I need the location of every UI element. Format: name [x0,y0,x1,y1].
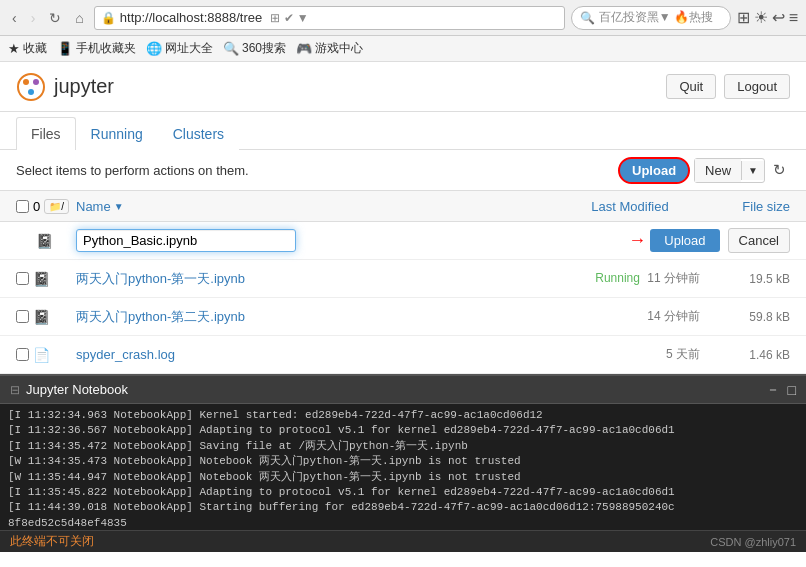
row3-file-icon: 📄 [33,347,50,363]
bookmark-collections[interactable]: ★ 收藏 [8,40,47,57]
app-header: jupyter Quit Logout [0,62,806,112]
row3-name-cell: spyder_crash.log [76,347,550,362]
forward-btn[interactable]: › [27,8,40,28]
terminal-maximize-btn[interactable]: □ [788,381,796,399]
tab-clusters[interactable]: Clusters [158,117,239,150]
row2-file-link[interactable]: 两天入门python-第二天.ipynb [76,308,245,326]
row3-modified: 5 天前 [550,346,710,363]
svg-point-0 [18,74,44,100]
bookmark-360[interactable]: 🔍 360搜索 [223,40,286,57]
upload-cancel-button[interactable]: Cancel [728,228,790,253]
tab-files[interactable]: Files [16,117,76,150]
row1-modified: Running 11 分钟前 [550,270,710,287]
header-name[interactable]: Name ▼ [76,199,550,214]
grid-icon[interactable]: ⊞ [737,8,750,27]
url-text: http://localhost:8888/tree [120,10,262,25]
row2-size: 59.8 kB [710,310,790,324]
row2-checkbox[interactable] [16,310,29,323]
row1-file-link[interactable]: 两天入门python-第一天.ipynb [76,270,245,288]
terminal-warning: 此终端不可关闭 [10,533,94,550]
terminal-footer: 此终端不可关闭 CSDN @zhliy071 [0,530,806,552]
term-line-7: [I 11:44:39.018 NotebookApp] Starting bu… [8,500,798,515]
header-buttons: Quit Logout [666,74,790,99]
term-line-1: [I 11:32:34.963 NotebookApp] Kernel star… [8,408,798,423]
term-line-3: [I 11:34:35.472 NotebookApp] Saving file… [8,439,798,454]
reload-btn[interactable]: ↻ [45,8,65,28]
menu-icon[interactable]: ≡ [789,9,798,27]
table-row: 📄 spyder_crash.log 5 天前 1.46 kB [0,336,806,374]
row1-check: 📓 [16,271,76,287]
row2-name-cell: 两天入门python-第二天.ipynb [76,308,550,326]
new-button[interactable]: New [695,159,741,182]
logout-button[interactable]: Logout [724,74,790,99]
terminal-header: ⊟ Jupyter Notebook － □ [0,376,806,404]
search-icon: 🔍 [580,11,595,25]
home-btn[interactable]: ⌂ [71,8,87,28]
refresh-button[interactable]: ↻ [769,159,790,181]
upload-actions: → Upload Cancel [550,228,790,253]
svg-point-2 [33,79,39,85]
quit-button[interactable]: Quit [666,74,716,99]
row1-checkbox[interactable] [16,272,29,285]
jupyter-logo: jupyter [16,72,114,102]
back-btn[interactable]: ‹ [8,8,21,28]
browser-actions: ⊞ ☀ ↩ ≡ [737,8,798,27]
header-size[interactable]: File size [710,199,790,214]
table-row: 📓 两天入门python-第二天.ipynb 14 分钟前 59.8 kB [0,298,806,336]
brightness-icon[interactable]: ☀ [754,8,768,27]
undo-icon[interactable]: ↩ [772,8,785,27]
tab-running[interactable]: Running [76,117,158,150]
running-badge: Running [595,271,640,285]
upload-arrow: → [628,230,646,251]
select-message: Select items to perform actions on them. [16,163,249,178]
file-toolbar: Select items to perform actions on them.… [0,150,806,190]
sort-arrow: ▼ [114,201,124,212]
row3-size: 1.46 kB [710,348,790,362]
upload-check-col: 📓 [16,233,76,249]
upload-filename-input[interactable] [76,229,296,252]
bookmark-sites[interactable]: 🌐 网址大全 [146,40,213,57]
notebook-icon-upload: 📓 [36,233,53,249]
row3-checkbox[interactable] [16,348,29,361]
row3-check: 📄 [16,347,76,363]
upload-name-cell [76,229,550,252]
terminal-title-text: Jupyter Notebook [26,382,128,397]
ext-icon: ⊞ ✔ ▼ [270,11,309,25]
row1-size: 19.5 kB [710,272,790,286]
upload-file-row: 📓 → Upload Cancel [0,222,806,260]
new-dropdown-button[interactable]: ▼ [741,161,764,180]
svg-point-1 [23,79,29,85]
term-line-2: [I 11:32:36.567 NotebookApp] Adapting to… [8,423,798,438]
app-tabs: Files Running Clusters [0,112,806,150]
search-bar[interactable]: 🔍 百亿投资黑▼ 🔥热搜 [571,6,731,30]
svg-point-3 [28,89,34,95]
term-line-4: [W 11:34:35.473 NotebookApp] Notebook 两天… [8,454,798,469]
file-list-header: 0 📁/ Name ▼ Last Modified File size [0,190,806,222]
terminal-minimize-btn[interactable]: － [766,381,780,399]
select-count: 0 [33,199,40,214]
folder-icon: 📁 [49,201,61,212]
jupyter-title: jupyter [54,75,114,98]
term-line-5: [W 11:35:44.947 NotebookApp] Notebook 两天… [8,470,798,485]
jupyter-logo-icon [16,72,46,102]
bookmark-games[interactable]: 🎮 游戏中心 [296,40,363,57]
search-text: 百亿投资黑▼ 🔥热搜 [599,9,713,26]
terminal-user: CSDN @zhliy071 [710,536,796,548]
row1-name-cell: 两天入门python-第一天.ipynb [76,270,550,288]
address-bar[interactable]: 🔒 http://localhost:8888/tree ⊞ ✔ ▼ [94,6,565,30]
header-modified[interactable]: Last Modified [550,199,710,214]
upload-button[interactable]: Upload [618,157,690,184]
select-dropdown[interactable]: 📁/ [44,199,69,214]
terminal-icon: ⊟ [10,383,20,397]
row2-modified: 14 分钟前 [550,308,710,325]
security-icon: 🔒 [101,11,116,25]
terminal-body: [I 11:32:34.963 NotebookApp] Kernel star… [0,404,806,530]
row3-file-link[interactable]: spyder_crash.log [76,347,175,362]
upload-confirm-button[interactable]: Upload [650,229,719,252]
select-all-checkbox[interactable] [16,200,29,213]
bookmark-mobile[interactable]: 📱 手机收藏夹 [57,40,136,57]
row2-notebook-icon: 📓 [33,309,50,325]
terminal-panel: ⊟ Jupyter Notebook － □ [I 11:32:34.963 N… [0,374,806,552]
terminal-title: ⊟ Jupyter Notebook [10,382,128,397]
term-line-8: 8f8ed52c5d48ef4835 [8,516,798,530]
